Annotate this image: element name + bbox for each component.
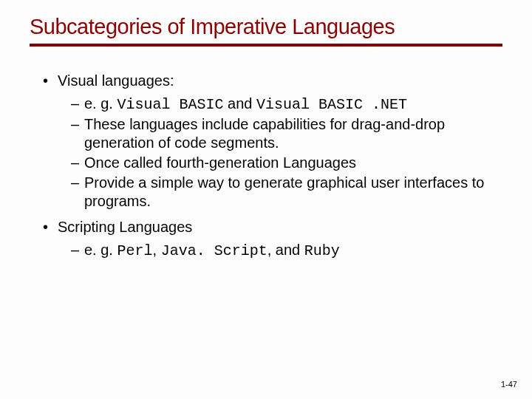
bullet-list: Visual languages: e. g. Visual BASIC and… [30, 72, 502, 260]
sub-item: Provide a simple way to generate graphic… [71, 174, 502, 211]
page-number: 1-47 [501, 380, 517, 389]
code-text: Ruby [304, 242, 340, 259]
text: , [153, 242, 161, 258]
bullet-visual-languages: Visual languages: e. g. Visual BASIC and… [43, 72, 502, 211]
sub-item: Once called fourth-generation Languages [71, 154, 502, 172]
text: , and [267, 242, 304, 258]
bullet-heading: Scripting Languages [58, 219, 192, 235]
bullet-scripting-languages: Scripting Languages e. g. Perl, Java. Sc… [43, 218, 502, 260]
code-text: Java. Script [161, 242, 267, 259]
title-underline [30, 44, 502, 47]
text: e. g. [84, 95, 117, 112]
sub-item: These languages include capabilities for… [71, 115, 502, 152]
sub-item: e. g. Visual BASIC and Visual BASIC .NET [71, 95, 502, 114]
code-text: Perl [117, 242, 152, 259]
sub-list: e. g. Visual BASIC and Visual BASIC .NET… [58, 95, 502, 211]
text: and [224, 95, 256, 112]
sub-list: e. g. Perl, Java. Script, and Ruby [58, 241, 502, 260]
slide-content: Visual languages: e. g. Visual BASIC and… [30, 72, 502, 260]
code-text: Visual BASIC [117, 96, 223, 113]
text: e. g. [84, 242, 117, 258]
slide: Subcategories of Imperative Languages Vi… [0, 0, 532, 399]
bullet-heading: Visual languages: [58, 72, 174, 89]
code-text: Visual BASIC .NET [256, 96, 407, 113]
sub-item: e. g. Perl, Java. Script, and Ruby [71, 241, 502, 260]
slide-title: Subcategories of Imperative Languages [30, 15, 502, 39]
